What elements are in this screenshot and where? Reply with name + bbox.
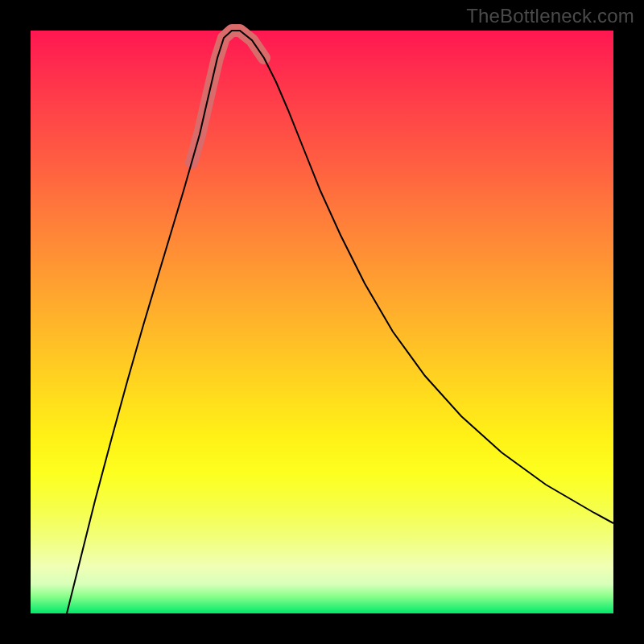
curve-series [67,31,613,613]
highlight-series [192,31,264,163]
chart-frame: TheBottleneck.com [0,0,644,644]
plot-area [31,31,613,613]
chart-svg [31,31,613,613]
watermark-text: TheBottleneck.com [466,5,634,27]
